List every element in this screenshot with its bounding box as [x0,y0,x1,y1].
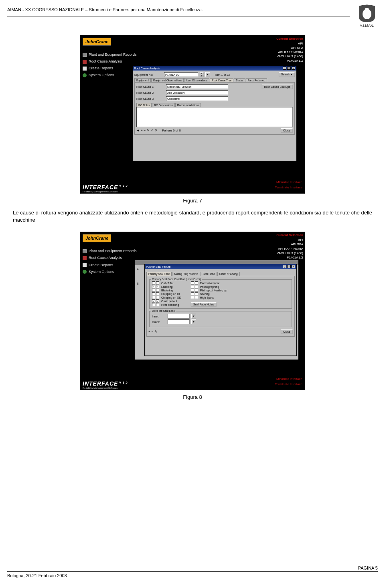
checkbox-inner[interactable] [191,285,194,288]
cancel-edit-button[interactable]: ✕ [155,129,158,132]
rc2-input[interactable]: Alte vibrazioni [166,90,228,95]
tab-mating-ring[interactable]: Mating Ring / Sleeve [172,272,200,276]
confirm-button[interactable]: ✓ [151,129,154,132]
first-record-button[interactable]: ◄ [136,129,140,132]
current-selection-label: Current Selection [276,233,303,237]
tab-rc-conclusions[interactable]: RC Conclusions [152,103,175,107]
tab-root-cause-tree[interactable]: Root Cause Tree [210,78,233,82]
check-row: Phonographing [191,285,227,288]
tab-rc-notes[interactable]: RC Notes [136,103,152,107]
rc3-input[interactable]: Cuscinetti [166,96,228,101]
figure-7-screenshot: JohnCrane Current Selection API API SPA … [80,35,305,194]
checkbox-outer[interactable] [156,292,159,295]
checkbox-outer[interactable]: ✓ [156,285,159,288]
rc1-input[interactable]: Macchine/Tubazioni [166,84,228,89]
tab-primary-seal-face[interactable]: Primary Seal Face [146,272,172,276]
terminate-interface-link[interactable]: Terminate Interface [275,382,302,387]
search-button[interactable]: Search ▾ [279,72,295,77]
sel-item: P1401A LG [277,59,303,63]
checkbox-inner[interactable]: ✓ [152,285,155,288]
close-window-button[interactable]: × [292,67,295,70]
checkbox-inner[interactable]: ✓ [152,299,155,303]
notes-textarea[interactable] [136,107,293,127]
report-icon [83,263,87,267]
report-icon [83,67,87,71]
sel-item: API RAFFINERIA [277,51,303,55]
checkbox-outer[interactable] [156,303,159,306]
check-row: ✓✓Leaching [152,285,181,288]
nav-plant-equipment[interactable]: Plant and Equipment Records [83,51,137,58]
seal-face-notes-button[interactable]: Seal Face Notes [191,302,217,307]
chevron-down-icon[interactable]: ▼ [191,319,196,324]
chevron-down-icon[interactable]: ▼ [191,314,196,319]
checkbox-outer[interactable] [195,281,198,285]
checkbox-inner[interactable] [152,289,155,292]
equipment-no-label: Equipment No: [134,73,162,76]
nav-create-reports[interactable]: Create Reports [83,262,137,269]
check-label: Chipping on OD [161,296,181,299]
page-header: AIMAN - XX COGRESSO NAZIONALE – Strument… [7,7,378,14]
checkbox-outer[interactable] [195,289,198,292]
spin-buttons[interactable]: ▲▼ [200,72,204,77]
dropdown-button[interactable]: ▼ [205,72,210,77]
close-button[interactable]: Close [281,329,293,334]
current-selection-label: Current Selection [276,37,303,40]
delete-record-button[interactable]: − [144,129,146,132]
check-label: Plating cut / eating up [200,289,227,292]
checkbox-outer[interactable] [195,296,198,299]
terminate-interface-link[interactable]: Terminate Interface [275,185,302,190]
outer-label: Outer: [152,321,166,323]
minimize-button[interactable]: _ [283,67,286,70]
tab-seal-head[interactable]: Seal Head [201,272,217,276]
window-titlebar: Root Cause Analysis _ □ × [133,66,296,71]
checkbox-outer[interactable] [156,281,159,285]
checkbox-outer[interactable] [195,292,198,295]
analysis-icon [83,256,87,260]
edit-record-button[interactable]: ✎ [147,129,150,132]
checkbox-inner[interactable] [152,296,155,299]
maximize-button[interactable]: □ [287,67,291,70]
tab-status[interactable]: Status [234,78,245,82]
checkbox-inner[interactable] [191,292,194,295]
edit-record-button[interactable]: ✎ [154,330,157,333]
checkbox-inner[interactable] [152,292,155,295]
tab-parts-returned[interactable]: Parts Returned [246,78,267,82]
tab-equipment[interactable]: Equipment [134,78,151,82]
close-button[interactable]: Close [281,128,293,133]
check-row: ✓✓Grain pullout [152,299,181,303]
check-label: Heat checking [161,303,179,306]
nav-system-options[interactable]: System Options [83,269,137,275]
checkbox-inner[interactable] [191,296,194,299]
checkbox-outer[interactable]: ✓ [156,299,159,303]
checkbox-outer[interactable] [156,296,159,299]
delete-record-button[interactable]: − [152,330,154,333]
maximize-button[interactable]: □ [287,265,291,268]
checkbox-inner[interactable] [152,303,155,306]
add-record-button[interactable]: + [141,129,143,132]
equipment-no-input[interactable]: P1401A LG [164,72,198,77]
checkbox-outer[interactable] [156,289,159,292]
tab-item-obs[interactable]: Item Observations [184,78,209,82]
checkbox-inner[interactable] [191,289,194,292]
minimise-interface-link[interactable]: Minimise Interface [275,180,302,185]
nav-root-cause[interactable]: Root Cause Analysis [83,58,137,65]
nav-system-options[interactable]: System Options [83,72,137,79]
outer-leak-select[interactable] [168,319,190,324]
tab-gland-packing[interactable]: Gland / Packing [217,272,240,276]
nav-plant-equipment[interactable]: Plant and Equipment Records [83,248,137,255]
minimize-button[interactable]: _ [283,265,286,268]
checkbox-inner[interactable] [191,281,194,285]
close-window-button[interactable]: × [292,265,295,268]
checkbox-outer[interactable] [195,285,198,288]
tab-recommendations[interactable]: Recommendations [175,103,201,107]
checkbox-inner[interactable] [152,281,155,285]
inner-leak-select[interactable] [168,314,190,319]
nav-create-reports[interactable]: Create Reports [83,65,137,72]
root-cause-lookups-button[interactable]: Root Cause Lookups [262,85,293,89]
add-record-button[interactable]: + [148,330,150,333]
nav-root-cause[interactable]: Root Cause Analysis [83,255,137,261]
tab-equip-obs[interactable]: Equipment Observations [151,78,184,82]
check-label: Scoring [200,293,210,295]
minimise-interface-link[interactable]: Minimise Interface [275,377,302,382]
johncrane-logo: JohnCrane [83,234,111,242]
